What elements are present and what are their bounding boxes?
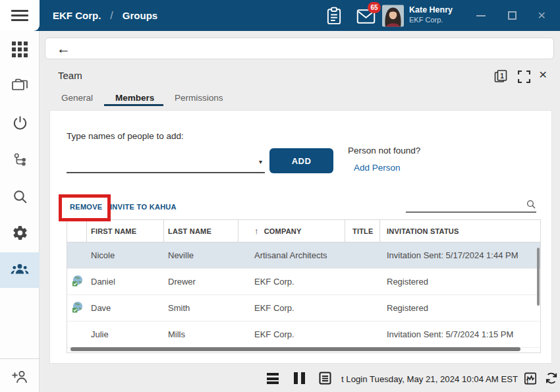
table-header-row: FIRST NAME LAST NAME ↑ COMPANY TITLE INV…	[67, 220, 540, 242]
cell-invitation-status: Registered	[380, 303, 540, 313]
header-last-name[interactable]: LAST NAME	[164, 220, 238, 242]
header-title[interactable]: TITLE	[345, 220, 380, 242]
remove-button[interactable]: REMOVE	[70, 203, 102, 211]
cell-first-name: Dave	[87, 303, 164, 313]
breadcrumb-context[interactable]: EKF Corp.	[53, 10, 101, 21]
statusbar: t Login Tuesday, May 21, 2024 10:04 AM E…	[40, 366, 560, 392]
window-maximize-button[interactable]	[508, 11, 517, 20]
cell-last-name: Drewer	[164, 277, 238, 287]
back-arrow-icon[interactable]: ←	[57, 42, 70, 55]
page-title: Groups	[123, 10, 157, 21]
window-close-button[interactable]: ×	[538, 6, 546, 24]
last-login-value: t Login Tuesday, May 21, 2024 10:04 AM E…	[341, 374, 518, 384]
activity-log-icon[interactable]	[524, 372, 537, 388]
main-menu-button[interactable]	[0, 0, 40, 31]
vertical-scrollbar[interactable]	[537, 248, 540, 306]
cell-company: Artisanal Architects	[238, 250, 345, 260]
fullscreen-icon[interactable]	[518, 70, 530, 86]
sidebar	[0, 31, 40, 392]
header-icon-column[interactable]	[67, 220, 87, 242]
header-company[interactable]: ↑ COMPANY	[238, 220, 345, 242]
user-avatar[interactable]	[382, 5, 404, 27]
cell-last-name: Smith	[164, 303, 238, 313]
people-name-combobox[interactable]: ▾	[67, 149, 265, 173]
active-tab-indicator	[104, 104, 163, 106]
sidebar-divider	[0, 358, 39, 359]
sidebar-item-search[interactable]	[0, 180, 40, 215]
cell-last-name: Mills	[164, 329, 238, 339]
folders-icon	[11, 77, 29, 96]
add-button[interactable]: ADD	[269, 148, 333, 173]
members-table: FIRST NAME LAST NAME ↑ COMPANY TITLE INV…	[67, 219, 541, 353]
sidebar-item-power[interactable]	[0, 106, 40, 142]
sort-ascending-icon: ↑	[254, 226, 259, 236]
refresh-icon[interactable]	[544, 371, 559, 388]
registered-globe-icon	[71, 275, 84, 289]
chevron-down-icon[interactable]: ▾	[259, 158, 262, 165]
tab-general[interactable]: General	[61, 93, 93, 103]
sidebar-item-projects[interactable]	[0, 69, 40, 104]
members-panel: Type names of people to add: ▾ ADD Perso…	[49, 110, 552, 364]
table-row[interactable]: Nicole Neville Artisanal Architects Invi…	[67, 242, 540, 269]
titlebar: EKF Corp. / Groups 65	[0, 0, 560, 31]
split-view-icon[interactable]	[294, 372, 305, 384]
sidebar-item-settings[interactable]	[0, 216, 40, 252]
dock-window-icon[interactable]: 1	[493, 69, 509, 87]
people-name-input[interactable]	[67, 149, 251, 171]
people-group-icon	[10, 262, 30, 279]
grid-search-input[interactable]	[406, 196, 521, 210]
cell-first-name: Nicole	[87, 250, 164, 260]
breadcrumb: EKF Corp. / Groups	[53, 0, 157, 31]
tasks-clipboard-icon[interactable]	[325, 7, 343, 28]
header-invitation-status[interactable]: INVITATION STATUS	[380, 220, 540, 242]
panel-close-icon[interactable]: ×	[539, 67, 547, 82]
user-name: Kate Henry	[409, 5, 453, 14]
add-person-link[interactable]: Add Person	[354, 163, 401, 173]
invite-to-kahua-button[interactable]: INVITE TO KAHUA	[110, 203, 177, 211]
list-view-icon[interactable]	[267, 373, 279, 384]
last-login-text: t Login Tuesday, May 21, 2024 10:04 AM E…	[341, 374, 529, 384]
breadcrumb-separator: /	[110, 10, 113, 22]
cell-company: EKF Corp.	[238, 329, 345, 339]
sidebar-item-groups[interactable]	[0, 252, 40, 288]
horizontal-scrollbar[interactable]	[70, 347, 520, 351]
cell-first-name: Julie	[87, 329, 164, 339]
row-icon-cell	[67, 275, 87, 289]
back-toolbar: ←	[45, 38, 554, 59]
power-icon	[12, 115, 28, 134]
cell-invitation-status: Registered	[380, 277, 540, 287]
cell-company: EKF Corp.	[238, 277, 345, 287]
table-row[interactable]: Dave Smith EKF Corp. Registered	[67, 295, 540, 322]
detail-view-icon[interactable]	[319, 372, 331, 387]
gear-icon	[12, 225, 28, 244]
add-person-icon	[11, 369, 29, 387]
registered-globe-icon	[71, 301, 84, 316]
workflow-tree-icon	[12, 152, 28, 171]
person-not-found-text: Person not found?	[348, 146, 420, 155]
table-row[interactable]: Julie Mills EKF Corp. Invitation Sent: 5…	[67, 322, 540, 348]
header-company-label: COMPANY	[264, 227, 302, 235]
window-minimize-button[interactable]	[476, 15, 486, 16]
svg-text:1: 1	[500, 72, 504, 80]
grid-search-field[interactable]	[406, 196, 536, 213]
sidebar-item-add-person[interactable]	[0, 360, 40, 392]
cell-first-name: Daniel	[87, 277, 164, 287]
hamburger-icon	[11, 10, 28, 21]
user-company: EKF Corp.	[409, 16, 453, 24]
apps-grid-icon	[12, 42, 28, 57]
sidebar-item-workflow[interactable]	[0, 144, 40, 179]
header-first-name[interactable]: FIRST NAME	[87, 220, 164, 242]
cell-company: EKF Corp.	[238, 303, 345, 313]
cell-invitation-status: Invitation Sent: 5/7/2024 1:15 PM	[380, 329, 540, 339]
user-menu[interactable]: Kate Henry EKF Corp.	[409, 5, 453, 24]
cell-invitation-status: Invitation Sent: 5/17/2024 1:44 PM	[380, 250, 540, 260]
app-window: EKF Corp. / Groups 65	[0, 0, 560, 392]
row-icon-cell	[67, 301, 87, 316]
table-row[interactable]: Daniel Drewer EKF Corp. Registered	[67, 269, 540, 295]
tab-permissions[interactable]: Permissions	[175, 93, 223, 103]
cell-last-name: Neville	[164, 250, 238, 260]
sidebar-item-apps[interactable]	[0, 32, 40, 67]
tab-members[interactable]: Members	[115, 93, 154, 103]
panel-title: Team	[58, 70, 82, 81]
search-icon	[526, 199, 536, 212]
